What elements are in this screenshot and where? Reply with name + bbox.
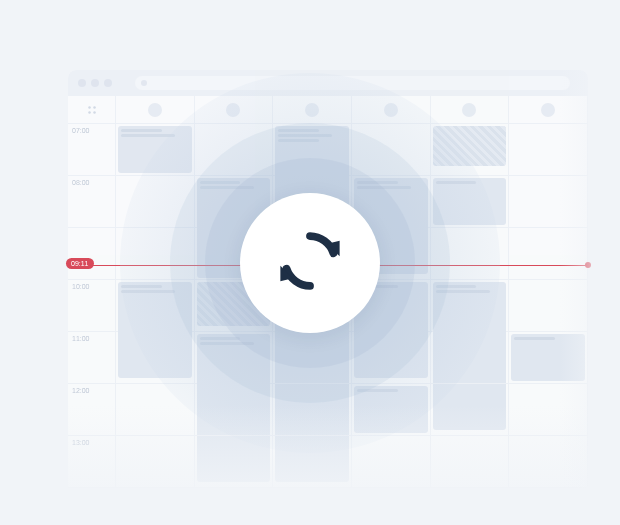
sync-icon bbox=[271, 222, 349, 304]
calendar-cell[interactable] bbox=[116, 384, 195, 436]
calendar-cell[interactable] bbox=[273, 332, 352, 384]
calendar-cell[interactable] bbox=[509, 280, 588, 332]
calendar-cell[interactable] bbox=[116, 228, 195, 280]
calendar-cell[interactable] bbox=[509, 228, 588, 280]
calendar-cell[interactable] bbox=[431, 436, 510, 488]
event-block[interactable] bbox=[511, 334, 585, 381]
day-header[interactable] bbox=[273, 96, 352, 124]
calendar-cell[interactable] bbox=[352, 332, 431, 384]
calendar-cell[interactable] bbox=[431, 176, 510, 228]
day-header[interactable] bbox=[352, 96, 431, 124]
time-label: 11:00 bbox=[68, 332, 116, 384]
calendar-settings-cell[interactable] bbox=[68, 96, 116, 124]
time-label: 12:00 bbox=[68, 384, 116, 436]
calendar-cell[interactable] bbox=[509, 176, 588, 228]
calendar-cell[interactable] bbox=[195, 332, 274, 384]
calendar-cell[interactable] bbox=[431, 332, 510, 384]
settings-icon bbox=[86, 104, 98, 116]
sync-badge bbox=[240, 193, 380, 333]
day-header[interactable] bbox=[116, 96, 195, 124]
calendar-cell[interactable] bbox=[273, 384, 352, 436]
calendar-cell[interactable] bbox=[352, 384, 431, 436]
calendar-cell[interactable] bbox=[195, 384, 274, 436]
titlebar bbox=[68, 70, 588, 96]
calendar-cell[interactable] bbox=[431, 124, 510, 176]
time-label: 13:00 bbox=[68, 436, 116, 488]
event-block[interactable] bbox=[118, 126, 192, 173]
current-time-dot bbox=[585, 262, 591, 268]
calendar-cell[interactable] bbox=[431, 228, 510, 280]
calendar-cell[interactable] bbox=[116, 280, 195, 332]
calendar-cell[interactable] bbox=[116, 436, 195, 488]
time-label: 07:00 bbox=[68, 124, 116, 176]
calendar-cell[interactable] bbox=[116, 124, 195, 176]
time-label bbox=[68, 228, 116, 280]
address-bar[interactable] bbox=[135, 76, 570, 90]
svg-point-2 bbox=[88, 111, 91, 114]
calendar-cell[interactable] bbox=[431, 384, 510, 436]
calendar-cell[interactable] bbox=[509, 124, 588, 176]
svg-point-3 bbox=[93, 111, 96, 114]
calendar-cell[interactable] bbox=[352, 124, 431, 176]
time-label: 08:00 bbox=[68, 176, 116, 228]
traffic-close[interactable] bbox=[78, 79, 86, 87]
event-block[interactable] bbox=[433, 126, 507, 166]
calendar-cell[interactable] bbox=[273, 436, 352, 488]
day-header[interactable] bbox=[195, 96, 274, 124]
svg-point-1 bbox=[93, 106, 96, 109]
calendar-cell[interactable] bbox=[509, 332, 588, 384]
calendar-cell[interactable] bbox=[116, 176, 195, 228]
calendar-cell[interactable] bbox=[509, 436, 588, 488]
event-block[interactable] bbox=[433, 178, 507, 225]
svg-point-0 bbox=[88, 106, 91, 109]
calendar-cell[interactable] bbox=[352, 436, 431, 488]
current-time-badge: 09:11 bbox=[66, 258, 94, 269]
traffic-min[interactable] bbox=[91, 79, 99, 87]
calendar-cell[interactable] bbox=[431, 280, 510, 332]
calendar-cell[interactable] bbox=[195, 436, 274, 488]
day-header[interactable] bbox=[509, 96, 588, 124]
calendar-cell[interactable] bbox=[273, 124, 352, 176]
calendar-cell[interactable] bbox=[509, 384, 588, 436]
time-label: 10:00 bbox=[68, 280, 116, 332]
traffic-max[interactable] bbox=[104, 79, 112, 87]
calendar-cell[interactable] bbox=[195, 124, 274, 176]
day-header[interactable] bbox=[431, 96, 510, 124]
event-block[interactable] bbox=[354, 386, 428, 433]
calendar-cell[interactable] bbox=[116, 332, 195, 384]
